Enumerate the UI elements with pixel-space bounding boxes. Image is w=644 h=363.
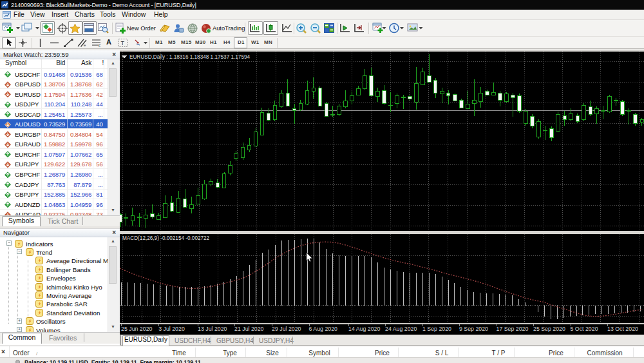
svg-text:25 Jun 2020: 25 Jun 2020 bbox=[121, 326, 153, 332]
svg-text:13 Oct 2020: 13 Oct 2020 bbox=[607, 326, 638, 332]
svg-text:29 Jul 2020: 29 Jul 2020 bbox=[272, 326, 301, 332]
svg-text:EURUSD,Daily : 1.18316 1.18348: EURUSD,Daily : 1.18316 1.18348 1.17537 1… bbox=[129, 54, 251, 60]
svg-text:e: e bbox=[84, 43, 86, 47]
svg-text:6 Aug 2020: 6 Aug 2020 bbox=[309, 326, 338, 332]
svg-text:21 Jul 2020: 21 Jul 2020 bbox=[234, 326, 264, 332]
svg-text:13 Jul 2020: 13 Jul 2020 bbox=[198, 326, 227, 332]
svg-text:MACD(12,26,9) -0.002154 -0.002: MACD(12,26,9) -0.002154 -0.002722 bbox=[122, 235, 210, 241]
svg-text:14 Aug 2020: 14 Aug 2020 bbox=[348, 326, 381, 332]
svg-text:9 Sep 2020: 9 Sep 2020 bbox=[459, 326, 488, 332]
svg-text:25 Sep 2020: 25 Sep 2020 bbox=[533, 326, 565, 332]
svg-text:17 Sep 2020: 17 Sep 2020 bbox=[497, 326, 529, 332]
svg-text:F: F bbox=[99, 44, 101, 47]
svg-text:3 Jul 2020: 3 Jul 2020 bbox=[158, 326, 185, 332]
svg-text:5 Oct 2020: 5 Oct 2020 bbox=[571, 326, 598, 332]
svg-text:1 Sep 2020: 1 Sep 2020 bbox=[422, 326, 451, 332]
svg-text:24 Aug 2020: 24 Aug 2020 bbox=[385, 326, 417, 332]
svg-text:T: T bbox=[121, 40, 125, 46]
